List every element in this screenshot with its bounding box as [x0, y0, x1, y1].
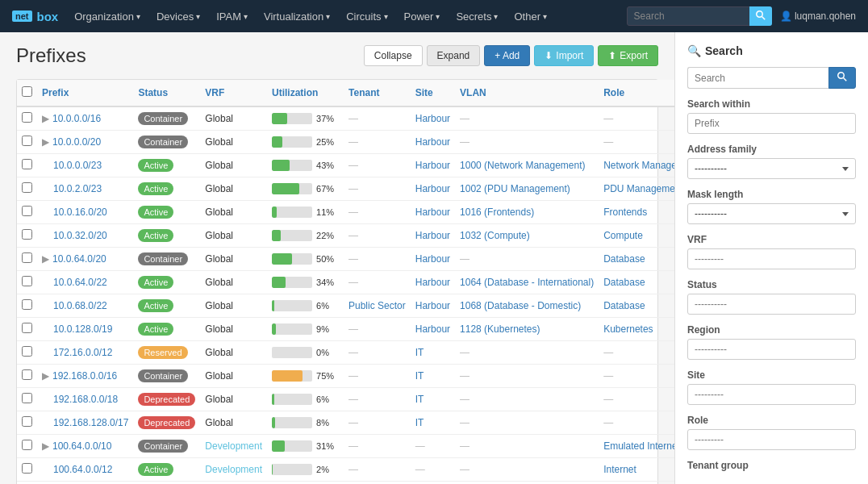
- prefix-link[interactable]: 10.0.64.0/22: [53, 277, 107, 288]
- prefix-link[interactable]: 10.0.16.0/20: [53, 207, 107, 218]
- vlan-link[interactable]: 1068 (Database - Domestic): [460, 300, 581, 311]
- vlan-link[interactable]: 1064 (Database - International): [460, 277, 594, 288]
- prefix-link[interactable]: 10.0.0.0/16: [52, 113, 101, 124]
- row-checkbox[interactable]: [22, 369, 32, 380]
- vlan-link[interactable]: 1002 (PDU Management): [460, 183, 570, 194]
- export-button[interactable]: ⬆ Export: [598, 45, 658, 66]
- prefix-link[interactable]: 192.168.0.0/18: [53, 394, 118, 405]
- site-link[interactable]: Harbour: [415, 160, 450, 171]
- site-link[interactable]: Harbour: [415, 113, 450, 124]
- user-link[interactable]: 👤 luqman.qohen: [780, 10, 856, 22]
- prefix-link[interactable]: 172.16.0.0/12: [53, 347, 112, 358]
- site-input[interactable]: [687, 384, 856, 405]
- prefix-link[interactable]: 10.0.128.0/19: [53, 323, 112, 335]
- role-link[interactable]: Internet: [603, 464, 636, 475]
- mask-length-select[interactable]: ----------: [687, 203, 856, 224]
- nav-ipam[interactable]: IPAM ▾: [216, 10, 248, 23]
- prefix-link[interactable]: 192.168.128.0/17: [53, 417, 128, 428]
- nav-secrets[interactable]: Secrets ▾: [456, 10, 498, 23]
- prefix-link[interactable]: 10.0.2.0/23: [53, 183, 102, 194]
- row-checkbox[interactable]: [22, 229, 32, 240]
- row-checkbox[interactable]: [22, 323, 32, 333]
- expand-button[interactable]: Expand: [427, 45, 481, 66]
- row-checkbox[interactable]: [22, 112, 32, 123]
- role-link[interactable]: Database: [603, 253, 645, 265]
- row-checkbox[interactable]: [22, 346, 32, 357]
- add-button[interactable]: + Add: [484, 45, 530, 66]
- row-checkbox[interactable]: [22, 440, 32, 450]
- row-checkbox[interactable]: [22, 206, 32, 216]
- select-all-checkbox[interactable]: [22, 86, 32, 97]
- status-input[interactable]: [687, 294, 856, 315]
- nav-devices[interactable]: Devices ▾: [156, 10, 200, 23]
- region-input[interactable]: [687, 339, 856, 360]
- row-checkbox[interactable]: [22, 393, 32, 403]
- prefix-link[interactable]: 10.0.0.0/23: [53, 160, 102, 171]
- site-link[interactable]: Harbour: [415, 300, 450, 311]
- site-link[interactable]: Harbour: [415, 230, 450, 241]
- site-link[interactable]: IT: [415, 394, 424, 405]
- sidebar-search-input[interactable]: [687, 67, 828, 89]
- expand-icon[interactable]: ▶: [42, 440, 49, 452]
- site-link[interactable]: Harbour: [415, 183, 450, 194]
- col-role[interactable]: Role: [599, 80, 674, 106]
- address-family-select[interactable]: ----------: [687, 158, 856, 179]
- col-site[interactable]: Site: [411, 80, 455, 106]
- import-button[interactable]: ⬇ Import: [534, 45, 594, 66]
- row-checkbox[interactable]: [22, 136, 32, 146]
- col-vrf[interactable]: VRF: [200, 80, 267, 106]
- nav-virtualization[interactable]: Virtualization ▾: [264, 10, 330, 23]
- expand-icon[interactable]: ▶: [42, 253, 49, 265]
- role-link[interactable]: Database: [603, 300, 645, 311]
- site-link[interactable]: Harbour: [415, 253, 450, 265]
- row-checkbox[interactable]: [22, 299, 32, 310]
- prefix-link[interactable]: 10.0.0.0/20: [52, 136, 101, 148]
- nav-circuits[interactable]: Circuits ▾: [346, 10, 387, 23]
- site-link[interactable]: Harbour: [415, 323, 450, 335]
- sidebar-search-button[interactable]: [828, 67, 856, 89]
- vlan-link[interactable]: 1016 (Frontends): [460, 207, 534, 218]
- role-input[interactable]: [687, 429, 856, 450]
- prefix-link[interactable]: 100.64.0.0/10: [52, 440, 111, 452]
- col-status[interactable]: Status: [133, 80, 200, 106]
- site-link[interactable]: Harbour: [415, 207, 450, 218]
- search-within-input[interactable]: [687, 113, 856, 134]
- nav-search-button[interactable]: [749, 6, 772, 26]
- role-link[interactable]: Kubernetes: [603, 323, 653, 335]
- role-link[interactable]: Database: [603, 277, 645, 288]
- role-link[interactable]: Emulated Internet: [603, 440, 674, 452]
- prefix-link[interactable]: 100.64.0.0/12: [53, 464, 112, 475]
- collapse-button[interactable]: Collapse: [364, 45, 423, 66]
- vlan-link[interactable]: 1000 (Network Management): [460, 160, 585, 171]
- role-link[interactable]: Frontends: [603, 207, 647, 218]
- row-checkbox[interactable]: [22, 159, 32, 169]
- prefix-link[interactable]: 10.0.64.0/20: [52, 253, 106, 265]
- col-utilization[interactable]: Utilization: [267, 80, 344, 106]
- site-link[interactable]: IT: [415, 417, 424, 428]
- col-vlan[interactable]: VLAN: [455, 80, 599, 106]
- expand-icon[interactable]: ▶: [42, 370, 49, 382]
- prefix-link[interactable]: 192.168.0.0/16: [52, 370, 117, 382]
- row-checkbox[interactable]: [22, 276, 32, 286]
- site-link[interactable]: Harbour: [415, 277, 450, 288]
- prefix-link[interactable]: 10.0.68.0/22: [53, 300, 107, 311]
- nav-power[interactable]: Power ▾: [404, 10, 440, 23]
- row-checkbox[interactable]: [22, 252, 32, 263]
- expand-icon[interactable]: ▶: [42, 113, 49, 124]
- nav-other[interactable]: Other ▾: [514, 10, 547, 23]
- row-checkbox[interactable]: [22, 182, 32, 193]
- vrf-input[interactable]: [687, 248, 856, 269]
- prefix-link[interactable]: 10.0.32.0/20: [53, 230, 107, 241]
- site-link[interactable]: IT: [415, 370, 424, 382]
- site-link[interactable]: Harbour: [415, 136, 450, 148]
- expand-icon[interactable]: ▶: [42, 136, 49, 148]
- role-link[interactable]: Compute: [603, 230, 643, 241]
- row-checkbox[interactable]: [22, 463, 32, 474]
- vlan-link[interactable]: 1032 (Compute): [460, 230, 530, 241]
- col-tenant[interactable]: Tenant: [344, 80, 411, 106]
- nav-organization[interactable]: Organization ▾: [74, 10, 140, 23]
- tenant-link[interactable]: Public Sector: [348, 300, 406, 311]
- col-prefix[interactable]: Prefix: [37, 80, 133, 106]
- brand-logo[interactable]: net box: [12, 10, 58, 23]
- role-link[interactable]: PDU Management: [603, 183, 674, 194]
